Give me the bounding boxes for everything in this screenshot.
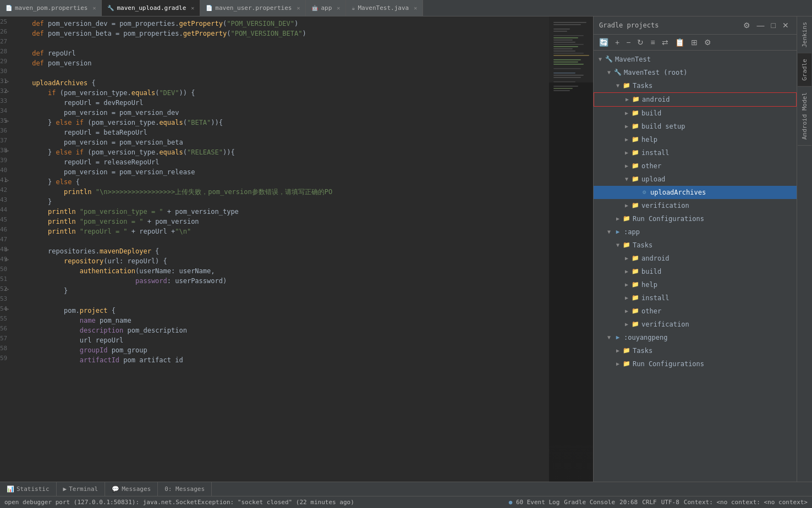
tab-close-pom[interactable]: ✕ [92, 5, 96, 11]
minimap[interactable] [549, 16, 593, 482]
gradle-settings-btn[interactable]: ⚙ [741, 20, 753, 31]
tree-ouyangpeng[interactable]: ▶ :ouyangpeng [594, 331, 797, 344]
gutter-41: 41▷ [0, 175, 12, 185]
code-lines[interactable]: def pom_version_dev = pom_properties.get… [12, 16, 549, 482]
folder-icon-help-1: 📁 [631, 135, 640, 144]
tree-upload-1[interactable]: 📁 upload [594, 173, 797, 186]
tree-other-2[interactable]: 📁 other [594, 305, 797, 318]
gutter-29: 29 [0, 56, 12, 66]
tree-build-setup-1[interactable]: 📁 build setup [594, 120, 797, 133]
tab-bar: 📄 maven_pom.properties ✕ 🔧 maven_upload.… [0, 0, 812, 16]
tab-maven-user[interactable]: 📄 maven_user.properties ✕ [200, 0, 306, 16]
code-line-52: } [16, 286, 545, 296]
tree-build-2[interactable]: 📁 build [594, 265, 797, 278]
tree-android-2[interactable]: 📁 android [594, 252, 797, 265]
gutter-35: 35▷ [0, 115, 12, 125]
tab-close-upload[interactable]: ✕ [191, 5, 194, 11]
tree-install-2[interactable]: 📁 install [594, 291, 797, 305]
tree-app[interactable]: ▶ :app [594, 225, 797, 239]
gradle-btn6[interactable]: 📋 [673, 37, 687, 48]
side-tab-jenkins[interactable]: Jenkins [798, 16, 811, 53]
tree-build-1[interactable]: 📁 build [594, 107, 797, 120]
gradle-btn5[interactable]: ⇄ [660, 37, 671, 48]
bottom-tab-statistic[interactable]: 📊 Statistic [0, 482, 57, 496]
tree-arrow-tasks-3 [613, 345, 622, 356]
code-line-32: if (pom_version_type.equals("DEV")) { [16, 88, 545, 98]
gradle-sync-btn[interactable]: 🔄 [597, 37, 611, 48]
code-line-58: groupId pom_group [16, 345, 545, 355]
tree-tasks-3[interactable]: 📁 Tasks [594, 344, 797, 357]
crlf[interactable]: CRLF [642, 499, 657, 506]
tab-maventest[interactable]: ☕ MavenTest.java ✕ [346, 0, 423, 16]
tree-tasks-2[interactable]: 📁 Tasks [594, 239, 797, 252]
tree-tasks-1[interactable]: 📁 Tasks [594, 79, 797, 92]
tree-arrow-install-2 [622, 292, 631, 303]
event-log[interactable]: ● 60 Event Log [509, 499, 560, 506]
code-line-36: repoUrl = betaRepoUrl [16, 128, 545, 137]
bottom-tab-0messages[interactable]: 0: Messages [158, 482, 212, 496]
side-tab-gradle[interactable]: Gradle [798, 53, 811, 87]
gradle-minimize-btn[interactable]: — [755, 20, 767, 31]
tab-icon-app: 🤖 [311, 5, 318, 11]
gutter-58: 58 [0, 343, 12, 353]
tree-maventest-root[interactable]: 🔧 MavenTest (root) [594, 66, 797, 79]
code-line-35: } else if (pom_version_type.equals("BETA… [16, 118, 545, 128]
code-line-48: repositories.mavenDeployer { [16, 246, 545, 256]
gradle-restore-btn[interactable]: □ [769, 20, 778, 31]
tree-label-help-1: help [641, 134, 657, 145]
code-line-51: password: userPassword) [16, 276, 545, 286]
tree-verification-1[interactable]: 📁 verification [594, 199, 797, 212]
tree-other-1[interactable]: 📁 other [594, 159, 797, 173]
gradle-remove-btn[interactable]: − [624, 37, 633, 48]
gradle-btn4[interactable]: ≡ [648, 37, 657, 48]
code-line-40: pom_version = pom_version_release [16, 167, 545, 177]
gradle-console-status[interactable]: Gradle Console [564, 499, 615, 506]
gutter-32: 32▷ [0, 86, 12, 96]
code-line-59: artifactId pom artifact id [16, 355, 545, 365]
tree-label-ouyangpeng: :ouyangpeng [624, 332, 667, 343]
tree-maventest[interactable]: 🔧 MavenTest [594, 53, 797, 66]
code-line-42: println "\n>>>>>>>>>>>>>>>>>上传失败，pom_ver… [16, 187, 545, 197]
code-line-30 [16, 68, 545, 78]
tree-uploadarchives[interactable]: ⚙ uploadArchives [594, 186, 797, 199]
tab-app[interactable]: 🤖 app ✕ [306, 0, 346, 16]
tab-maven-pom[interactable]: 📄 maven_pom.properties ✕ [0, 0, 102, 16]
tab-maven-upload[interactable]: 🔧 maven_upload.gradle ✕ [102, 0, 200, 16]
folder-icon-android-2: 📁 [631, 254, 640, 263]
status-right: ● 60 Event Log Gradle Console 20:68 CRLF… [509, 499, 808, 506]
bottom-tab-messages-icon[interactable]: 💬 Messages [105, 482, 158, 496]
tree-run-configs-1[interactable]: 📁 Run Configurations [594, 212, 797, 225]
gradle-btn8[interactable]: ⚙ [702, 37, 714, 48]
gradle-refresh-btn[interactable]: ↻ [635, 37, 646, 48]
tree-verification-2[interactable]: 📁 verification [594, 318, 797, 331]
encoding[interactable]: UTF-8 [661, 499, 679, 506]
tree-help-2[interactable]: 📁 help [594, 278, 797, 291]
tree-android-1[interactable]: 📁 android [594, 92, 797, 107]
gutter-50: 50 [0, 264, 12, 274]
gradle-btn7[interactable]: ⊞ [689, 37, 700, 48]
tree-label-tasks-3: Tasks [633, 345, 652, 356]
statistic-label: Statistic [17, 485, 50, 493]
gradle-add-btn[interactable]: + [613, 37, 622, 48]
tab-close-java[interactable]: ✕ [414, 5, 417, 11]
tree-install-1[interactable]: 📁 install [594, 146, 797, 159]
tab-icon-upload: 🔧 [107, 5, 114, 11]
gradle-close-btn[interactable]: ✕ [780, 20, 791, 31]
gradle-toolbar: 🔄 + − ↻ ≡ ⇄ 📋 ⊞ ⚙ [594, 35, 797, 51]
project-icon-root: 🔧 [613, 68, 622, 77]
gutter-40: 40 [0, 165, 12, 175]
gradle-panel: Gradle projects ⚙ — □ ✕ 🔄 + − ↻ ≡ ⇄ 📋 ⊞ … [593, 16, 797, 482]
gutter-42: 42 [0, 185, 12, 195]
bottom-tab-terminal[interactable]: ▶ Terminal [57, 482, 106, 496]
code-line-49: repository(url: repoUrl) { [16, 256, 545, 266]
tab-close-user[interactable]: ✕ [297, 5, 300, 11]
folder-icon-run-configs-1: 📁 [622, 214, 631, 223]
tree-run-configs-3[interactable]: 📁 Run Configurations [594, 357, 797, 371]
side-tab-android[interactable]: Android Model [798, 87, 811, 146]
folder-icon-other-2: 📁 [631, 307, 640, 316]
tree-arrow-verification-1 [622, 200, 631, 211]
tree-help-1[interactable]: 📁 help [594, 133, 797, 146]
code-line-37: pom_version = pom_version_beta [16, 137, 545, 147]
tab-close-app[interactable]: ✕ [337, 5, 340, 11]
folder-icon-help-2: 📁 [631, 280, 640, 289]
